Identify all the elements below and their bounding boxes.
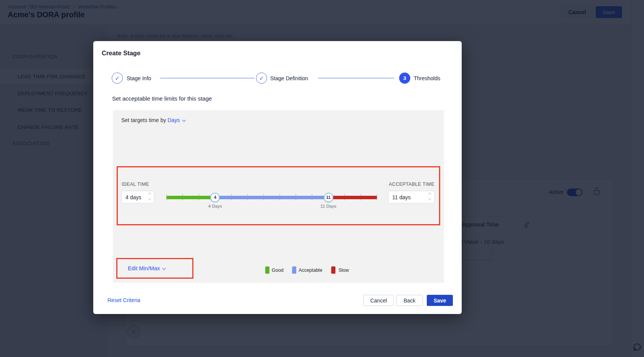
step-2-label: Stage Definition [270, 75, 308, 81]
slider-handle-ideal[interactable]: 4 [210, 193, 220, 202]
chevron-down-icon [182, 118, 186, 122]
step-connector-1 [160, 78, 254, 78]
acceptable-time-value: 11 days [388, 194, 411, 200]
modal-back-button[interactable]: Back [396, 295, 423, 306]
spinner-down-icon[interactable] [148, 197, 151, 200]
slider-segment-acceptable [215, 196, 328, 199]
modal-save-button[interactable]: Save [427, 295, 453, 306]
chevron-down-icon [162, 266, 166, 270]
legend-label-acceptable: Acceptable [299, 268, 322, 273]
target-time-prefix: Set targets time by [121, 117, 166, 123]
modal-subtitle: Set acceptable time limits for this stag… [112, 95, 212, 102]
slider-handle-acceptable[interactable]: 11 [324, 193, 333, 202]
legend-swatch-good [265, 266, 269, 274]
legend-label-slow: Slow [339, 268, 349, 273]
acceptable-time-spinners [429, 193, 431, 200]
threshold-slider[interactable]: 4 11 4 Days 11 Days [167, 187, 377, 208]
create-stage-modal: Create Stage ✓ Stage Info ✓ Stage Defini… [93, 41, 462, 314]
target-time-unit-dropdown[interactable]: Days [168, 117, 185, 123]
slider-label-ideal: 4 Days [208, 204, 222, 208]
modal-cancel-button[interactable]: Cancel [363, 295, 394, 306]
acceptable-time-label: ACCEPTABLE TIME [389, 182, 434, 187]
screen: Account: SEI-Internal-Prod2›Workflow Pro… [0, 0, 644, 357]
slider-label-acceptable: 11 Days [320, 204, 336, 208]
acceptable-time-input[interactable]: 11 days [388, 191, 434, 203]
ideal-time-label: IDEAL TIME [122, 182, 149, 187]
annotation-box-edit-minmax: Edit Min/Max [116, 258, 193, 279]
ideal-time-value: 4 days [122, 194, 141, 200]
slider-segment-good [167, 196, 215, 199]
reset-criteria-link[interactable]: Reset Criteria [107, 297, 140, 303]
legend-swatch-acceptable [292, 266, 296, 274]
thresholds-panel: Set targets time by Days IDEAL TIME 4 da… [113, 110, 444, 283]
spinner-up-icon[interactable] [148, 193, 151, 196]
spinner-down-icon[interactable] [428, 197, 431, 200]
ideal-time-spinners [149, 193, 151, 200]
edit-minmax-toggle[interactable]: Edit Min/Max [128, 265, 165, 271]
step-1-check-icon[interactable]: ✓ [112, 73, 123, 84]
legend-swatch-slow [331, 266, 335, 274]
step-3-number[interactable]: 3 [399, 73, 410, 84]
modal-title: Create Stage [102, 50, 140, 57]
step-connector-2 [318, 78, 394, 78]
step-3-label: Thresholds [414, 75, 440, 81]
legend-label-good: Good [272, 268, 284, 273]
ideal-time-input[interactable]: 4 days [121, 191, 154, 203]
step-2-check-icon[interactable]: ✓ [256, 73, 267, 84]
step-1-label: Stage Info [127, 75, 151, 81]
slider-segment-slow [329, 196, 377, 199]
target-time-line: Set targets time by Days [121, 117, 185, 123]
spinner-up-icon[interactable] [428, 193, 431, 196]
